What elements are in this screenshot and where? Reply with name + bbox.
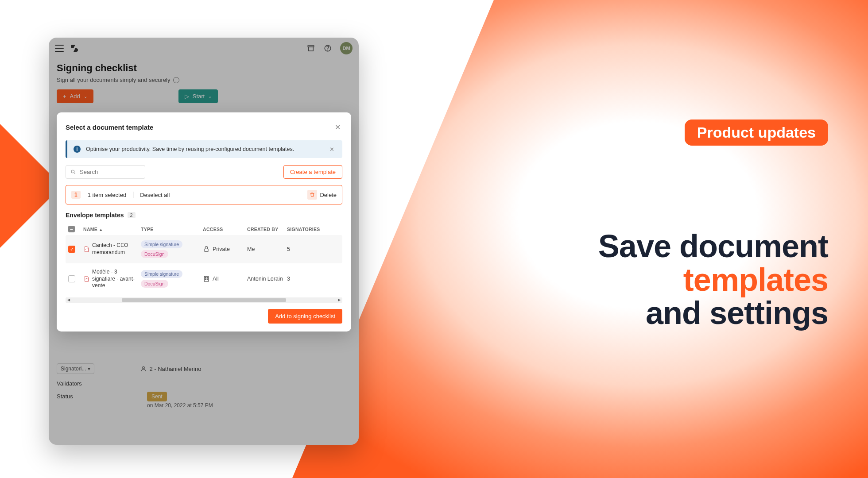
- scroll-thumb[interactable]: [122, 298, 286, 302]
- signatories-count: 5: [287, 246, 327, 252]
- created-by: Me: [247, 246, 287, 252]
- info-banner: i Optimise your productivity. Save time …: [66, 140, 342, 158]
- building-icon: [203, 275, 210, 282]
- delete-button[interactable]: Delete: [307, 190, 337, 200]
- scroll-left-icon[interactable]: ◀: [67, 298, 70, 302]
- svg-rect-9: [205, 278, 205, 278]
- table-header: − NAME▲ TYPE ACCESS CREATED BY SIGNATORI…: [66, 223, 342, 235]
- type-tag: DocuSign: [141, 250, 168, 258]
- row-checkbox[interactable]: [68, 275, 75, 282]
- col-signatories[interactable]: SIGNATORIES: [287, 227, 327, 232]
- svg-point-5: [71, 170, 74, 173]
- headline: Save document templates and settings: [598, 230, 828, 330]
- template-count-badge: 2: [128, 212, 136, 218]
- table-row[interactable]: ✓ Cantech - CEO memorandum Simple signat…: [66, 235, 342, 263]
- horizontal-scrollbar[interactable]: ◀ ▶: [66, 297, 342, 303]
- deselect-all-button[interactable]: Deselect all: [133, 192, 170, 198]
- pdf-icon: [83, 246, 89, 253]
- col-name[interactable]: NAME▲: [83, 227, 141, 232]
- scroll-right-icon[interactable]: ▶: [338, 298, 341, 302]
- marketing-copy: Product updates Save document templates …: [598, 120, 828, 330]
- type-tag: Simple signature: [141, 270, 182, 278]
- svg-rect-11: [205, 279, 205, 279]
- selection-text: 1 item selected: [88, 192, 126, 198]
- col-access[interactable]: ACCESS: [203, 227, 247, 232]
- svg-rect-7: [205, 249, 208, 251]
- dismiss-banner-icon[interactable]: ✕: [328, 146, 336, 153]
- template-name: Modèle - 3 signatiare - avant-vente: [92, 269, 141, 289]
- row-checkbox[interactable]: ✓: [68, 246, 75, 253]
- templates-table: − NAME▲ TYPE ACCESS CREATED BY SIGNATORI…: [66, 223, 342, 303]
- selection-count-badge: 1: [71, 191, 81, 199]
- table-row[interactable]: Modèle - 3 signatiare - avant-vente Simp…: [66, 263, 342, 295]
- col-type[interactable]: TYPE: [141, 227, 203, 232]
- type-tag: Simple signature: [141, 240, 182, 248]
- modal-title: Select a document template: [66, 123, 153, 131]
- col-created-by[interactable]: CREATED BY: [247, 227, 287, 232]
- svg-line-6: [74, 173, 75, 174]
- create-template-button[interactable]: Create a template: [283, 165, 342, 179]
- created-by: Antonin Lorain: [247, 276, 287, 282]
- search-input-wrapper: [66, 165, 145, 179]
- trash-icon: [307, 190, 317, 200]
- signatories-count: 3: [287, 276, 327, 282]
- search-icon: [70, 169, 76, 175]
- info-icon: i: [74, 146, 81, 153]
- svg-rect-12: [207, 279, 207, 279]
- close-icon[interactable]: ✕: [333, 121, 342, 133]
- search-input[interactable]: [80, 169, 140, 175]
- product-updates-badge: Product updates: [685, 120, 828, 146]
- add-to-checklist-button[interactable]: Add to signing checklist: [268, 309, 342, 324]
- sort-ascending-icon: ▲: [99, 227, 103, 232]
- selection-bar: 1 1 item selected Deselect all Delete: [66, 185, 342, 204]
- header-checkbox[interactable]: −: [68, 226, 75, 232]
- template-name: Cantech - CEO memorandum: [92, 242, 141, 256]
- svg-rect-10: [207, 278, 207, 278]
- template-modal: Select a document template ✕ i Optimise …: [57, 112, 351, 332]
- pdf-icon: [83, 275, 89, 282]
- type-tag: DocuSign: [141, 280, 168, 288]
- lock-icon: [203, 246, 210, 253]
- envelope-templates-title: Envelope templates 2: [66, 212, 342, 219]
